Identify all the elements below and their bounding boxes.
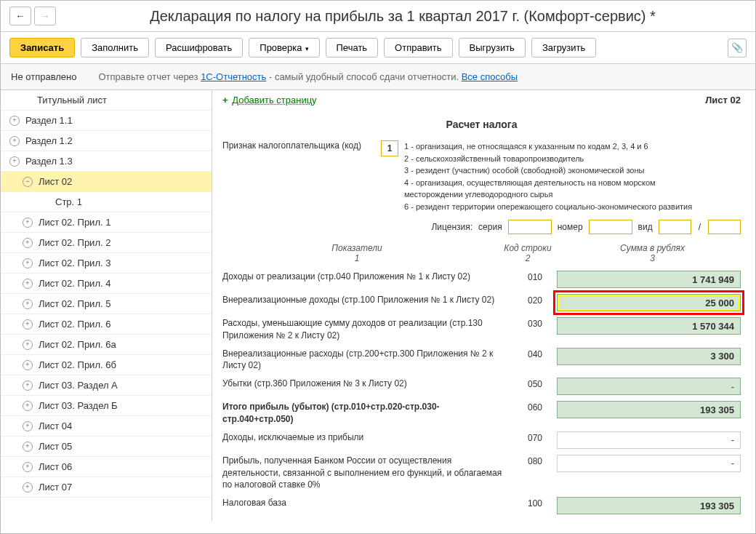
link-all-methods[interactable]: Все способы — [462, 71, 518, 82]
data-row: Внереализационные расходы (стр.200+стр.3… — [222, 348, 741, 372]
row-value-input[interactable]: 1 741 949 — [557, 271, 741, 288]
tree-item[interactable]: Лист 02 — [1, 172, 212, 192]
expander-icon[interactable] — [23, 258, 33, 268]
row-value-input[interactable]: 193 305 — [557, 497, 741, 514]
tree-item[interactable]: Лист 02. Прил. 6а — [1, 335, 212, 355]
row-value-input[interactable]: 1 570 344 — [557, 317, 741, 335]
taxpayer-codes-legend: 1 - организация, не относящаяся к указан… — [404, 140, 695, 212]
tree-item[interactable]: Лист 02. Прил. 1 — [1, 212, 212, 233]
expander-icon[interactable] — [23, 482, 33, 493]
row-code: 040 — [513, 348, 557, 359]
expander-icon[interactable] — [9, 136, 20, 146]
check-button[interactable]: Проверка▾ — [249, 38, 319, 57]
row-value-input[interactable]: 3 300 — [557, 348, 741, 365]
tree-item[interactable]: Лист 02. Прил. 4 — [1, 274, 212, 294]
row-description: Прибыль, полученная Банком России от осу… — [222, 455, 513, 491]
tree-item[interactable]: Лист 05 — [1, 437, 212, 457]
sheet-heading: Расчет налога — [222, 119, 741, 130]
row-value-input[interactable]: 25 000 — [557, 294, 741, 311]
data-row: Итого прибыль (убыток) (стр.010+стр.020-… — [222, 401, 741, 426]
tree-item[interactable]: Раздел 1.3 — [1, 151, 212, 172]
tree-item-label: Лист 05 — [39, 441, 72, 452]
print-button[interactable]: Печать — [326, 38, 379, 57]
col-header-indicator: Показатели1 — [222, 243, 491, 263]
tree-item[interactable]: Стр. 1 — [1, 192, 212, 212]
add-page-link[interactable]: + Добавить страницу — [222, 95, 317, 105]
taxpayer-code-input[interactable]: 1 — [381, 140, 398, 156]
tree-item[interactable]: Лист 04 — [1, 416, 212, 437]
tree-item[interactable]: Лист 02. Прил. 6б — [1, 355, 212, 375]
info-text: Отправьте отчет через 1С-Отчетность - са… — [98, 71, 518, 82]
tree-item[interactable]: Раздел 1.1 — [1, 111, 212, 131]
expander-icon[interactable] — [23, 218, 33, 228]
save-button[interactable]: Записать — [9, 38, 75, 57]
tree-item-label: Лист 02. Прил. 6 — [39, 319, 110, 330]
expander-icon[interactable] — [23, 462, 33, 472]
tree-item[interactable]: Раздел 1.2 — [1, 131, 212, 151]
row-code: 070 — [513, 431, 557, 443]
window-title: Декларация по налогу на прибыль за 1 ква… — [59, 8, 747, 25]
sheet-content: + Добавить страницу Лист 02 Расчет налог… — [212, 90, 755, 521]
license-series-label: серия — [478, 222, 502, 232]
expander-icon[interactable] — [23, 401, 33, 411]
license-type-input[interactable] — [659, 220, 691, 234]
col-header-sum: Сумма в рублях3 — [564, 243, 741, 263]
license-label: Лицензия: — [431, 222, 472, 232]
import-button[interactable]: Загрузить — [531, 38, 596, 57]
expander-icon[interactable] — [9, 156, 20, 167]
tree-item-label: Лист 02. Прил. 5 — [39, 298, 110, 309]
license-number-input[interactable] — [589, 220, 632, 234]
tree-item-label: Лист 02 — [39, 176, 72, 187]
row-value-input[interactable] — [557, 431, 741, 449]
row-value-input[interactable] — [557, 455, 741, 472]
attach-button[interactable]: 📎 — [728, 39, 747, 57]
section-tree: Титульный листРаздел 1.1Раздел 1.2Раздел… — [1, 90, 212, 521]
tree-item[interactable]: Лист 02. Прил. 2 — [1, 233, 212, 253]
data-row: Внереализационные доходы (стр.100 Прилож… — [222, 294, 741, 311]
license-type2-input[interactable] — [708, 220, 741, 234]
expander-icon[interactable] — [23, 238, 33, 248]
slash-separator: / — [699, 222, 701, 232]
expander-icon[interactable] — [23, 380, 33, 391]
tree-item[interactable]: Лист 03. Раздел А — [1, 375, 212, 396]
tree-item[interactable]: Лист 02. Прил. 5 — [1, 294, 212, 314]
expander-icon[interactable] — [23, 319, 33, 330]
nav-forward-button[interactable]: → — [34, 7, 56, 25]
data-row: Доходы, исключаемые из прибыли070 — [222, 431, 741, 449]
license-series-input[interactable] — [508, 220, 552, 234]
paperclip-icon: 📎 — [731, 42, 743, 53]
row-value-input[interactable] — [557, 378, 741, 395]
expander-icon[interactable] — [23, 442, 33, 452]
caret-down-icon: ▾ — [305, 45, 309, 52]
tree-item-label: Лист 04 — [39, 421, 72, 431]
tree-item[interactable]: Лист 02. Прил. 3 — [1, 253, 212, 274]
export-button[interactable]: Выгрузить — [459, 38, 526, 57]
tree-item[interactable]: Титульный лист — [1, 90, 212, 111]
tree-item[interactable]: Лист 07 — [1, 477, 212, 498]
row-code: 030 — [513, 317, 557, 329]
expander-icon[interactable] — [23, 299, 33, 309]
expander-icon[interactable] — [23, 177, 33, 187]
fill-button[interactable]: Заполнить — [81, 38, 149, 57]
expander-icon[interactable] — [23, 421, 33, 431]
row-code: 080 — [513, 455, 557, 466]
link-1c-report[interactable]: 1С-Отчетность — [201, 71, 266, 82]
tree-item-label: Лист 03. Раздел Б — [39, 400, 118, 411]
row-description: Внереализационные расходы (стр.200+стр.3… — [222, 348, 513, 372]
decode-button[interactable]: Расшифровать — [155, 38, 243, 57]
expander-icon[interactable] — [23, 360, 33, 370]
expander-icon[interactable] — [23, 340, 33, 350]
tree-item-label: Лист 02. Прил. 6б — [39, 359, 116, 370]
expander-icon[interactable] — [9, 116, 20, 126]
add-page-label: Добавить страницу — [232, 95, 316, 105]
tree-item-label: Лист 02. Прил. 4 — [39, 278, 110, 289]
send-button[interactable]: Отправить — [384, 38, 452, 57]
license-number-label: номер — [558, 222, 583, 232]
tree-item[interactable]: Лист 02. Прил. 6 — [1, 314, 212, 335]
tree-item[interactable]: Лист 06 — [1, 457, 212, 477]
tree-item[interactable]: Лист 03. Раздел Б — [1, 396, 212, 416]
nav-back-button[interactable]: ← — [9, 7, 31, 25]
row-description: Итого прибыль (убыток) (стр.010+стр.020-… — [222, 401, 513, 426]
expander-icon[interactable] — [23, 279, 33, 289]
row-value-input[interactable]: 193 305 — [557, 401, 741, 418]
